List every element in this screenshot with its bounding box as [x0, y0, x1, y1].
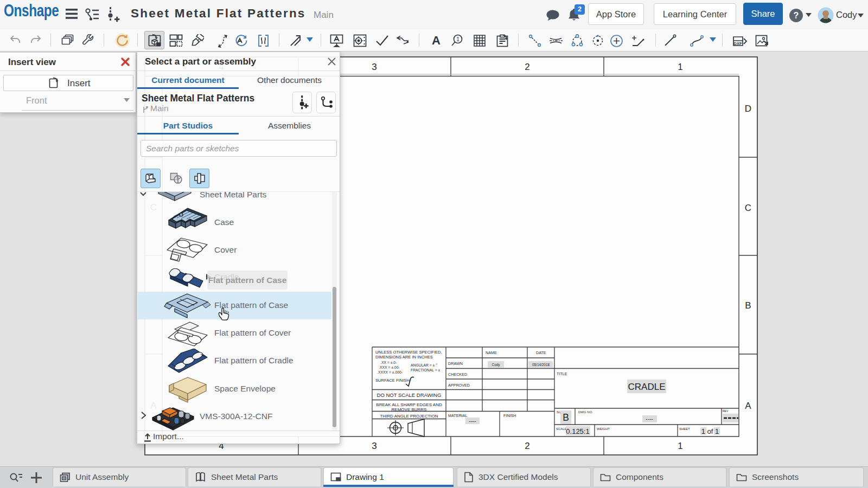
svg-text:UNLESS OTHERWISE SPECIFIED,: UNLESS OTHERWISE SPECIFIED,	[375, 350, 442, 355]
svg-text:BREAK ALL SHARP EDGES AND: BREAK ALL SHARP EDGES AND	[376, 402, 442, 407]
svg-text:FRACTIONAL = ±: FRACTIONAL = ±	[411, 368, 441, 372]
svg-text:3: 3	[372, 441, 376, 451]
svg-text:ANGULAR = ± °: ANGULAR = ± °	[411, 363, 437, 367]
svg-text:1: 1	[456, 36, 459, 42]
svg-text:B: B	[563, 412, 569, 423]
svg-text:DIMENSIONS ARE IN INCHES: DIMENSIONS ARE IN INCHES	[375, 355, 433, 359]
svg-text:CRADLE: CRADLE	[628, 382, 666, 392]
svg-text:1 of 1: 1 of 1	[701, 427, 719, 435]
svg-text:SCALE: SCALE	[556, 427, 567, 431]
svg-text:.XXX = ±.00-: .XXX = ±.00-	[379, 365, 400, 369]
svg-text:WEIGHT: WEIGHT	[597, 427, 610, 431]
svg-text:.XXXX = ±.000-: .XXXX = ±.000-	[377, 370, 403, 374]
svg-text:B: B	[745, 300, 751, 311]
svg-text:1: 1	[678, 441, 682, 451]
svg-text:DRAWN: DRAWN	[448, 361, 463, 366]
svg-text:MATERIAL: MATERIAL	[448, 413, 467, 418]
svg-text:2: 2	[525, 441, 529, 451]
svg-text:DO NOT SCALE DRAWING: DO NOT SCALE DRAWING	[377, 392, 442, 398]
svg-text:REV: REV	[723, 409, 729, 413]
svg-text:----: ----	[469, 418, 476, 424]
svg-text:FINISH: FINISH	[503, 413, 516, 418]
svg-text:3: 3	[372, 62, 376, 72]
svg-text:----: ----	[646, 416, 653, 422]
svg-text:0.125:1: 0.125:1	[566, 427, 589, 435]
svg-text:A: A	[745, 401, 751, 411]
svg-text:SURFACE FINISH: SURFACE FINISH	[375, 378, 410, 383]
svg-text:REMOVE BURRS: REMOVE BURRS	[392, 407, 427, 412]
svg-text:05/14/2018: 05/14/2018	[532, 363, 550, 367]
svg-text:NAME: NAME	[486, 350, 497, 355]
svg-text:CHECKED: CHECKED	[448, 372, 467, 377]
svg-text:SHEET: SHEET	[679, 427, 690, 431]
svg-text:C: C	[745, 203, 751, 213]
svg-text:THIRD ANGLE PROJECTION: THIRD ANGLE PROJECTION	[380, 414, 438, 419]
svg-text:D: D	[745, 104, 751, 114]
svg-text:2: 2	[525, 62, 529, 72]
svg-text:A: A	[432, 34, 441, 47]
svg-text:TITLE: TITLE	[557, 371, 567, 376]
svg-text:DATE: DATE	[536, 350, 546, 355]
svg-text:DXF: DXF	[734, 41, 742, 46]
svg-text:APPROVED: APPROVED	[448, 383, 470, 388]
svg-text:Cody: Cody	[492, 363, 501, 367]
svg-text:DWG NO.: DWG NO.	[578, 410, 593, 414]
svg-text:.XX = ±.0-: .XX = ±.0-	[380, 361, 397, 364]
svg-text:1: 1	[678, 62, 682, 72]
